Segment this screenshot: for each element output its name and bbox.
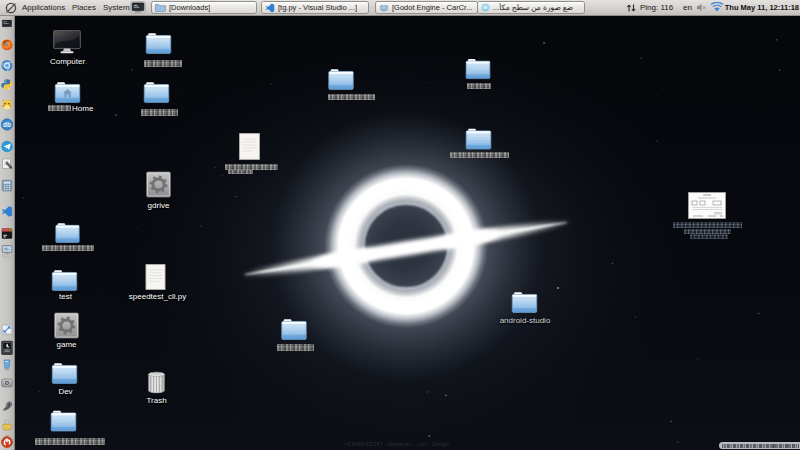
svg-text:~STARKITECKT - deviantart . co: ~STARKITECKT - deviantart . com - Design [344,441,449,447]
svg-text:db: db [3,121,11,128]
